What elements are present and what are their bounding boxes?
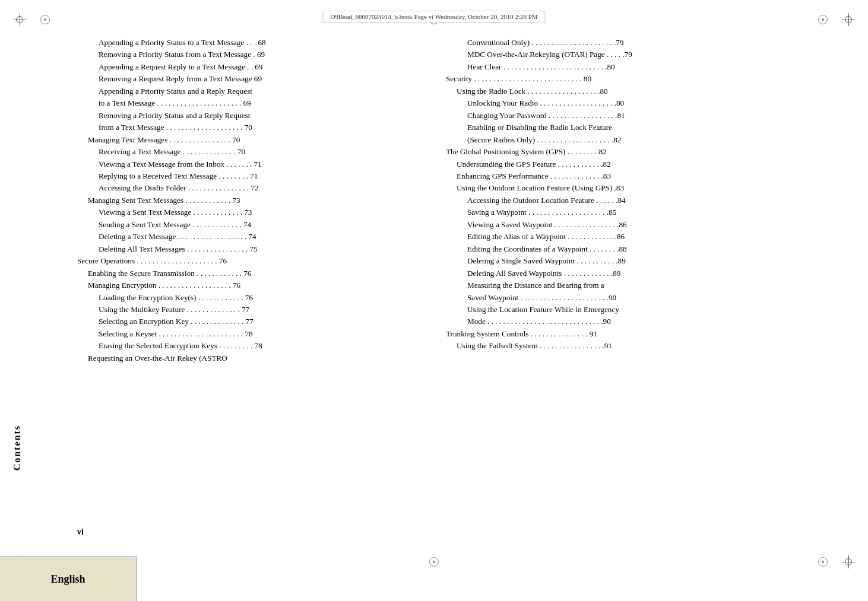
toc-left-text-23: Selecting an Encryption Key . . . . . . …	[77, 316, 422, 327]
toc-right-item-5: Unlocking Your Radio . . . . . . . . . .…	[446, 97, 791, 109]
reg-dot-bc	[429, 557, 439, 567]
toc-right-text-2: Hear Clear . . . . . . . . . . . . . . .…	[446, 61, 791, 73]
toc-left-text-6: Removing a Priority Status and a Reply R…	[77, 110, 422, 122]
toc-left-text-15: Sending a Sent Text Message . . . . . . …	[77, 219, 422, 231]
toc-right-text-5: Unlocking Your Radio . . . . . . . . . .…	[446, 97, 791, 109]
toc-left-item-2: Appending a Request Reply to a Text Mess…	[77, 61, 422, 73]
reg-crosshair-tl	[13, 13, 26, 26]
toc-right-item-1: MDC Over-the-Air Rekeying (OTAR) Page . …	[446, 49, 791, 61]
toc-left-text-20: Managing Encryption . . . . . . . . . . …	[77, 279, 422, 291]
toc-right-text-25: Using the Failsoft System . . . . . . . …	[446, 340, 791, 352]
english-tab-label: English	[50, 573, 85, 586]
toc-left-column: Appending a Priority Status to a Text Me…	[77, 37, 422, 542]
toc-left-item-20: Managing Encryption . . . . . . . . . . …	[77, 279, 422, 291]
toc-left-text-14: Viewing a Sent Text Message . . . . . . …	[77, 206, 422, 218]
toc-content: Appending a Priority Status to a Text Me…	[77, 37, 791, 542]
toc-right-item-7: Enabling or Disabling the Radio Lock Fea…	[446, 122, 791, 133]
toc-right-text-6: Changing Your Password . . . . . . . . .…	[446, 110, 791, 122]
toc-left-text-22: Using the Multikey Feature . . . . . . .…	[77, 304, 422, 316]
header-file-info: O9Head_68007024014_b.book Page vi Wednes…	[322, 11, 545, 23]
toc-left-text-0: Appending a Priority Status to a Text Me…	[77, 37, 422, 49]
toc-right-text-19: Deleting All Saved Waypoints . . . . . .…	[446, 268, 791, 279]
toc-right-text-20: Measuring the Distance and Bearing from …	[446, 279, 791, 291]
toc-left-item-16: Deleting a Text Message . . . . . . . . …	[77, 231, 422, 243]
toc-right-item-17: Editing the Coordinates of a Waypoint . …	[446, 243, 791, 255]
toc-left-item-26: Requesting an Over-the-Air Rekey (ASTRO	[77, 352, 422, 364]
toc-left-item-12: Accessing the Drafts Folder . . . . . . …	[77, 182, 422, 194]
toc-right-text-11: Enhancing GPS Performance . . . . . . . …	[446, 170, 791, 182]
reg-dot-tr	[818, 15, 828, 24]
toc-left-item-0: Appending a Priority Status to a Text Me…	[77, 37, 422, 49]
toc-right-item-6: Changing Your Password . . . . . . . . .…	[446, 110, 791, 122]
reg-crosshair-tr	[842, 13, 855, 26]
toc-right-item-21: Saved Waypoint . . . . . . . . . . . . .…	[446, 292, 791, 304]
toc-left-text-11: Replying to a Received Text Message . . …	[77, 170, 422, 182]
toc-right-item-12: Using the Outdoor Location Feature (Usin…	[446, 182, 791, 194]
toc-left-item-23: Selecting an Encryption Key . . . . . . …	[77, 316, 422, 327]
toc-left-text-16: Deleting a Text Message . . . . . . . . …	[77, 231, 422, 243]
toc-left-text-17: Deleting All Text Messages . . . . . . .…	[77, 243, 422, 255]
toc-right-text-7: Enabling or Disabling the Radio Lock Fea…	[446, 122, 791, 133]
toc-left-item-13: Managing Sent Text Messages . . . . . . …	[77, 195, 422, 206]
toc-left-text-24: Selecting a Keyset . . . . . . . . . . .…	[77, 328, 422, 340]
toc-left-item-25: Erasing the Selected Encryption Keys . .…	[77, 340, 422, 352]
toc-right-text-21: Saved Waypoint . . . . . . . . . . . . .…	[446, 292, 791, 304]
toc-left-text-12: Accessing the Drafts Folder . . . . . . …	[77, 182, 422, 194]
toc-left-text-2: Appending a Request Reply to a Text Mess…	[77, 61, 422, 73]
toc-left-item-14: Viewing a Sent Text Message . . . . . . …	[77, 206, 422, 218]
toc-left-text-19: Enabling the Secure Transmission . . . .…	[77, 268, 422, 279]
toc-right-item-0: Conventional Only) . . . . . . . . . . .…	[446, 37, 791, 49]
english-tab: English	[0, 557, 137, 601]
toc-left-text-21: Loading the Encryption Key(s) . . . . . …	[77, 292, 422, 304]
toc-right-text-15: Viewing a Saved Waypoint . . . . . . . .…	[446, 219, 791, 231]
toc-right-item-20: Measuring the Distance and Bearing from …	[446, 279, 791, 291]
toc-left-item-4: Appending a Priority Status and a Reply …	[77, 85, 422, 97]
reg-dot-br	[818, 557, 828, 567]
toc-right-item-8: (Secure Radios Only) . . . . . . . . . .…	[446, 134, 791, 146]
toc-left-item-6: Removing a Priority Status and a Reply R…	[77, 110, 422, 122]
toc-right-item-2: Hear Clear . . . . . . . . . . . . . . .…	[446, 61, 791, 73]
toc-right-column: Conventional Only) . . . . . . . . . . .…	[446, 37, 791, 542]
toc-right-item-4: Using the Radio Lock . . . . . . . . . .…	[446, 85, 791, 97]
toc-left-item-24: Selecting a Keyset . . . . . . . . . . .…	[77, 328, 422, 340]
toc-right-text-13: Accessing the Outdoor Location Feature .…	[446, 195, 791, 206]
toc-right-text-23: Mode . . . . . . . . . . . . . . . . . .…	[446, 316, 791, 327]
toc-right-item-16: Editing the Alias of a Waypoint . . . . …	[446, 231, 791, 243]
toc-left-item-11: Replying to a Received Text Message . . …	[77, 170, 422, 182]
toc-left-text-13: Managing Sent Text Messages . . . . . . …	[77, 195, 422, 206]
toc-left-text-10: Viewing a Text Message from the Inbox . …	[77, 158, 422, 170]
toc-left-text-8: Managing Text Messages . . . . . . . . .…	[77, 134, 422, 146]
toc-right-text-24: Trunking System Controls . . . . . . . .…	[446, 328, 791, 340]
toc-right-item-22: Using the Location Feature While in Emer…	[446, 304, 791, 316]
toc-left-item-7: from a Text Message . . . . . . . . . . …	[77, 122, 422, 133]
toc-left-text-18: Secure Operations . . . . . . . . . . . …	[77, 255, 422, 267]
toc-left-item-22: Using the Multikey Feature . . . . . . .…	[77, 304, 422, 316]
toc-right-text-18: Deleting a Single Saved Waypoint . . . .…	[446, 255, 791, 267]
toc-right-item-23: Mode . . . . . . . . . . . . . . . . . .…	[446, 316, 791, 327]
toc-right-item-18: Deleting a Single Saved Waypoint . . . .…	[446, 255, 791, 267]
toc-left-item-1: Removing a Priority Status from a Text M…	[77, 49, 422, 61]
toc-right-text-4: Using the Radio Lock . . . . . . . . . .…	[446, 85, 791, 97]
toc-right-item-19: Deleting All Saved Waypoints . . . . . .…	[446, 268, 791, 279]
side-label-contents: Contents	[12, 425, 23, 470]
toc-left-text-25: Erasing the Selected Encryption Keys . .…	[77, 340, 422, 352]
toc-left-text-1: Removing a Priority Status from a Text M…	[77, 49, 422, 61]
reg-dot-tl	[40, 15, 50, 24]
toc-left-text-5: to a Text Message . . . . . . . . . . . …	[77, 97, 422, 109]
toc-right-text-12: Using the Outdoor Location Feature (Usin…	[446, 182, 791, 194]
toc-left-item-15: Sending a Sent Text Message . . . . . . …	[77, 219, 422, 231]
toc-right-text-8: (Secure Radios Only) . . . . . . . . . .…	[446, 134, 791, 146]
reg-crosshair-br	[842, 555, 855, 568]
toc-right-item-24: Trunking System Controls . . . . . . . .…	[446, 328, 791, 340]
toc-right-text-0: Conventional Only) . . . . . . . . . . .…	[446, 37, 791, 49]
toc-left-item-5: to a Text Message . . . . . . . . . . . …	[77, 97, 422, 109]
toc-right-item-13: Accessing the Outdoor Location Feature .…	[446, 195, 791, 206]
toc-right-text-1: MDC Over-the-Air Rekeying (OTAR) Page . …	[446, 49, 791, 61]
page: O9Head_68007024014_b.book Page vi Wednes…	[0, 0, 868, 601]
toc-right-text-17: Editing the Coordinates of a Waypoint . …	[446, 243, 791, 255]
toc-right-text-3: Security . . . . . . . . . . . . . . . .…	[446, 73, 791, 85]
toc-left-item-18: Secure Operations . . . . . . . . . . . …	[77, 255, 422, 267]
toc-right-item-3: Security . . . . . . . . . . . . . . . .…	[446, 73, 791, 85]
toc-right-text-22: Using the Location Feature While in Emer…	[446, 304, 791, 316]
toc-right-item-11: Enhancing GPS Performance . . . . . . . …	[446, 170, 791, 182]
